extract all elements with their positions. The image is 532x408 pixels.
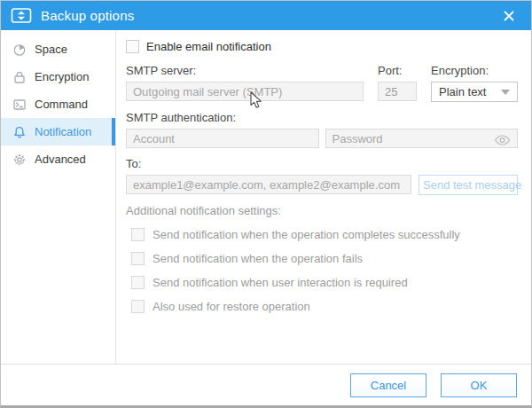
gear-icon xyxy=(12,153,27,167)
password-field-wrapper xyxy=(325,129,519,148)
padlock-icon xyxy=(12,70,27,84)
enable-email-notification-label: Enable email notification xyxy=(146,40,271,53)
send-test-message-button[interactable]: Send test message xyxy=(419,175,518,195)
enable-email-notification-row: Enable email notification xyxy=(126,37,518,55)
sidebar-item-label: Notification xyxy=(35,125,91,138)
encryption-selected-value: Plain text xyxy=(439,85,486,98)
smtp-auth-label: SMTP authentication: xyxy=(126,111,518,124)
smtp-server-label: SMTP server: xyxy=(126,64,364,77)
notify-success-checkbox[interactable] xyxy=(131,228,145,241)
smtp-fields-row: Plain text xyxy=(126,82,518,102)
backup-options-dialog: Backup options Space xyxy=(0,0,532,408)
sidebar-item-label: Space xyxy=(35,43,67,56)
sidebar-item-label: Advanced xyxy=(35,153,86,166)
restore-operation-checkbox[interactable] xyxy=(131,300,145,313)
close-icon[interactable] xyxy=(494,1,524,30)
bell-icon xyxy=(12,125,27,139)
encryption-label: Encryption: xyxy=(431,64,518,77)
restore-operation-label: Also used for restore operation xyxy=(153,300,310,313)
to-fields-row: Send test message xyxy=(126,175,518,195)
notify-fail-label: Send notification when the operation fai… xyxy=(153,252,363,265)
sidebar-item-label: Command xyxy=(35,98,88,111)
to-label: To: xyxy=(126,157,518,170)
option-row-interaction: Send notification when user interaction … xyxy=(126,275,518,289)
chevron-down-icon xyxy=(501,90,510,95)
notify-interaction-checkbox[interactable] xyxy=(131,276,145,289)
pie-chart-icon xyxy=(12,43,27,57)
window-title: Backup options xyxy=(41,8,134,23)
account-input[interactable] xyxy=(126,129,319,148)
sidebar: Space Encryption xyxy=(1,30,116,364)
smtp-server-input[interactable] xyxy=(126,82,364,101)
smtp-auth-fields-row xyxy=(126,129,518,148)
option-row-restore: Also used for restore operation xyxy=(126,299,518,313)
port-input[interactable] xyxy=(378,82,417,101)
additional-settings-label: Additional notification settings: xyxy=(126,204,518,217)
notification-settings-panel: Enable email notification SMTP server: P… xyxy=(116,30,531,364)
notify-fail-checkbox[interactable] xyxy=(131,252,145,265)
port-label: Port: xyxy=(378,64,417,77)
sidebar-item-command[interactable]: Command xyxy=(1,90,115,118)
notify-success-label: Send notification when the operation com… xyxy=(153,228,460,241)
dialog-body: Space Encryption xyxy=(1,30,531,364)
sidebar-item-notification[interactable]: Notification xyxy=(1,118,115,145)
option-row-success: Send notification when the operation com… xyxy=(126,227,518,241)
eye-icon[interactable] xyxy=(494,133,511,144)
notify-interaction-label: Send notification when user interaction … xyxy=(153,276,408,289)
smtp-labels-row: SMTP server: Port: Encryption: xyxy=(126,55,518,82)
sidebar-item-advanced[interactable]: Advanced xyxy=(1,145,115,173)
sidebar-item-space[interactable]: Space xyxy=(1,35,115,63)
password-input[interactable] xyxy=(325,129,519,148)
encryption-select[interactable]: Plain text xyxy=(431,82,518,102)
sidebar-item-encryption[interactable]: Encryption xyxy=(1,63,115,90)
dialog-footer: Cancel OK xyxy=(1,364,531,405)
terminal-icon xyxy=(12,98,27,112)
sidebar-item-label: Encryption xyxy=(35,70,89,83)
ok-button[interactable]: OK xyxy=(441,373,517,397)
title-bar: Backup options xyxy=(1,1,531,30)
enable-email-notification-checkbox[interactable] xyxy=(126,40,139,53)
cancel-button[interactable]: Cancel xyxy=(350,373,426,397)
to-recipients-input[interactable] xyxy=(126,175,411,194)
option-row-fail: Send notification when the operation fai… xyxy=(126,251,518,265)
backup-transfer-icon xyxy=(10,7,33,25)
